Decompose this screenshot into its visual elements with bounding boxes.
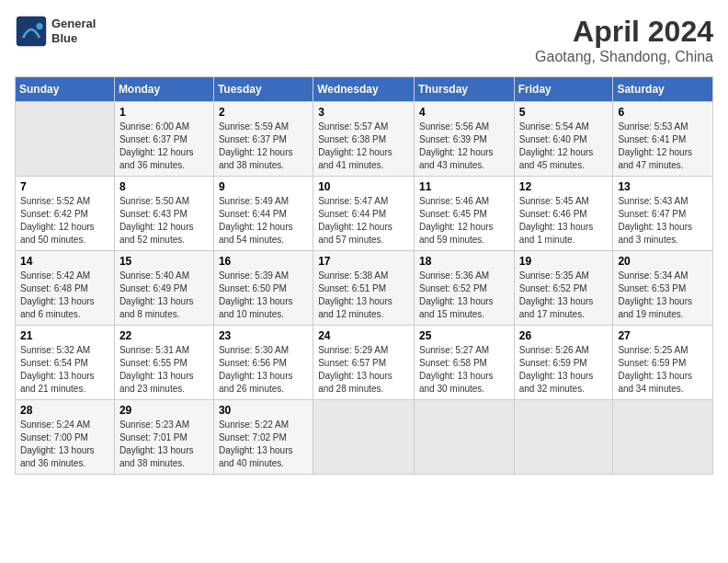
- day-number: 29: [119, 404, 209, 417]
- calendar-cell: [613, 400, 713, 475]
- weekday-header-cell: Thursday: [414, 77, 514, 102]
- day-number: 5: [519, 106, 609, 119]
- day-info: Sunrise: 5:25 AM Sunset: 6:59 PM Dayligh…: [618, 344, 708, 396]
- calendar-week-row: 28Sunrise: 5:24 AM Sunset: 7:00 PM Dayli…: [16, 400, 713, 475]
- day-number: 1: [119, 106, 209, 119]
- day-info: Sunrise: 5:47 AM Sunset: 6:44 PM Dayligh…: [318, 195, 409, 247]
- day-info: Sunrise: 5:53 AM Sunset: 6:41 PM Dayligh…: [618, 121, 708, 172]
- day-info: Sunrise: 5:22 AM Sunset: 7:02 PM Dayligh…: [219, 419, 308, 470]
- day-number: 8: [119, 180, 209, 193]
- day-number: 25: [419, 329, 509, 342]
- calendar-cell: 30Sunrise: 5:22 AM Sunset: 7:02 PM Dayli…: [213, 400, 313, 475]
- calendar-cell: [414, 400, 514, 475]
- day-info: Sunrise: 5:45 AM Sunset: 6:46 PM Dayligh…: [519, 195, 609, 247]
- day-info: Sunrise: 5:49 AM Sunset: 6:44 PM Dayligh…: [219, 195, 308, 247]
- calendar-week-row: 1Sunrise: 6:00 AM Sunset: 6:37 PM Daylig…: [16, 102, 713, 177]
- calendar-week-row: 21Sunrise: 5:32 AM Sunset: 6:54 PM Dayli…: [16, 326, 713, 400]
- calendar-cell: 12Sunrise: 5:45 AM Sunset: 6:46 PM Dayli…: [514, 177, 613, 251]
- calendar-cell: [514, 400, 613, 475]
- calendar-cell: 9Sunrise: 5:49 AM Sunset: 6:44 PM Daylig…: [213, 177, 313, 251]
- day-info: Sunrise: 5:32 AM Sunset: 6:54 PM Dayligh…: [20, 344, 109, 396]
- weekday-header-cell: Saturday: [613, 77, 713, 102]
- logo-line2: Blue: [51, 31, 96, 46]
- calendar-cell: [313, 400, 415, 475]
- day-number: 7: [20, 180, 109, 193]
- day-info: Sunrise: 5:34 AM Sunset: 6:53 PM Dayligh…: [618, 270, 708, 321]
- day-info: Sunrise: 5:26 AM Sunset: 6:59 PM Dayligh…: [519, 344, 609, 396]
- day-info: Sunrise: 5:36 AM Sunset: 6:52 PM Dayligh…: [419, 270, 509, 321]
- logo-line1: General: [51, 17, 96, 31]
- day-number: 16: [219, 255, 308, 268]
- weekday-header-cell: Friday: [514, 77, 613, 102]
- day-number: 15: [119, 255, 209, 268]
- calendar-cell: 10Sunrise: 5:47 AM Sunset: 6:44 PM Dayli…: [313, 177, 415, 251]
- calendar-cell: 17Sunrise: 5:38 AM Sunset: 6:51 PM Dayli…: [313, 251, 415, 326]
- subtitle: Gaotang, Shandong, China: [535, 49, 713, 65]
- day-info: Sunrise: 5:31 AM Sunset: 6:55 PM Dayligh…: [119, 344, 209, 396]
- day-info: Sunrise: 6:00 AM Sunset: 6:37 PM Dayligh…: [119, 121, 209, 172]
- weekday-header-cell: Wednesday: [313, 77, 415, 102]
- svg-rect-0: [17, 17, 46, 46]
- calendar-cell: 29Sunrise: 5:23 AM Sunset: 7:01 PM Dayli…: [114, 400, 213, 475]
- calendar-cell: 22Sunrise: 5:31 AM Sunset: 6:55 PM Dayli…: [114, 326, 213, 400]
- day-info: Sunrise: 5:50 AM Sunset: 6:43 PM Dayligh…: [119, 195, 209, 247]
- day-number: 14: [20, 255, 109, 268]
- calendar-cell: 4Sunrise: 5:56 AM Sunset: 6:39 PM Daylig…: [414, 102, 514, 177]
- calendar-cell: 26Sunrise: 5:26 AM Sunset: 6:59 PM Dayli…: [514, 326, 613, 400]
- day-number: 12: [519, 180, 609, 193]
- calendar-cell: [16, 102, 115, 177]
- day-number: 10: [318, 180, 409, 193]
- day-number: 3: [318, 106, 409, 119]
- day-number: 27: [618, 329, 708, 342]
- calendar-cell: 16Sunrise: 5:39 AM Sunset: 6:50 PM Dayli…: [213, 251, 313, 326]
- weekday-header-cell: Sunday: [16, 77, 115, 102]
- weekday-header-row: SundayMondayTuesdayWednesdayThursdayFrid…: [16, 77, 713, 102]
- calendar-cell: 7Sunrise: 5:52 AM Sunset: 6:42 PM Daylig…: [16, 177, 115, 251]
- day-info: Sunrise: 5:39 AM Sunset: 6:50 PM Dayligh…: [219, 270, 308, 321]
- weekday-header-cell: Tuesday: [213, 77, 313, 102]
- title-block: April 2024 Gaotang, Shandong, China: [535, 15, 713, 65]
- day-info: Sunrise: 5:30 AM Sunset: 6:56 PM Dayligh…: [219, 344, 308, 396]
- day-info: Sunrise: 5:29 AM Sunset: 6:57 PM Dayligh…: [318, 344, 409, 396]
- day-info: Sunrise: 5:40 AM Sunset: 6:49 PM Dayligh…: [119, 270, 209, 321]
- day-info: Sunrise: 5:35 AM Sunset: 6:52 PM Dayligh…: [519, 270, 609, 321]
- calendar-cell: 24Sunrise: 5:29 AM Sunset: 6:57 PM Dayli…: [313, 326, 415, 400]
- day-number: 17: [318, 255, 409, 268]
- day-number: 4: [419, 106, 509, 119]
- calendar-week-row: 14Sunrise: 5:42 AM Sunset: 6:48 PM Dayli…: [16, 251, 713, 326]
- calendar-table: SundayMondayTuesdayWednesdayThursdayFrid…: [15, 76, 713, 475]
- calendar-cell: 11Sunrise: 5:46 AM Sunset: 6:45 PM Dayli…: [414, 177, 514, 251]
- day-number: 21: [20, 329, 109, 342]
- day-number: 28: [20, 404, 109, 417]
- calendar-body: 1Sunrise: 6:00 AM Sunset: 6:37 PM Daylig…: [16, 102, 713, 475]
- day-number: 30: [219, 404, 308, 417]
- day-number: 23: [219, 329, 308, 342]
- calendar-cell: 8Sunrise: 5:50 AM Sunset: 6:43 PM Daylig…: [114, 177, 213, 251]
- day-info: Sunrise: 5:56 AM Sunset: 6:39 PM Dayligh…: [419, 121, 509, 172]
- day-number: 26: [519, 329, 609, 342]
- day-info: Sunrise: 5:54 AM Sunset: 6:40 PM Dayligh…: [519, 121, 609, 172]
- calendar-cell: 23Sunrise: 5:30 AM Sunset: 6:56 PM Dayli…: [213, 326, 313, 400]
- calendar-cell: 1Sunrise: 6:00 AM Sunset: 6:37 PM Daylig…: [114, 102, 213, 177]
- calendar-cell: 15Sunrise: 5:40 AM Sunset: 6:49 PM Dayli…: [114, 251, 213, 326]
- page-header: General Blue April 2024 Gaotang, Shandon…: [15, 15, 713, 65]
- calendar-cell: 21Sunrise: 5:32 AM Sunset: 6:54 PM Dayli…: [16, 326, 115, 400]
- day-number: 20: [618, 255, 708, 268]
- calendar-cell: 25Sunrise: 5:27 AM Sunset: 6:58 PM Dayli…: [414, 326, 514, 400]
- main-title: April 2024: [535, 15, 713, 49]
- calendar-cell: 13Sunrise: 5:43 AM Sunset: 6:47 PM Dayli…: [613, 177, 713, 251]
- day-number: 19: [519, 255, 609, 268]
- day-number: 6: [618, 106, 708, 119]
- day-info: Sunrise: 5:42 AM Sunset: 6:48 PM Dayligh…: [20, 270, 109, 321]
- weekday-header-cell: Monday: [114, 77, 213, 102]
- calendar-cell: 19Sunrise: 5:35 AM Sunset: 6:52 PM Dayli…: [514, 251, 613, 326]
- logo-text: General Blue: [51, 17, 96, 45]
- calendar-cell: 27Sunrise: 5:25 AM Sunset: 6:59 PM Dayli…: [613, 326, 713, 400]
- calendar-cell: 28Sunrise: 5:24 AM Sunset: 7:00 PM Dayli…: [16, 400, 115, 475]
- day-info: Sunrise: 5:27 AM Sunset: 6:58 PM Dayligh…: [419, 344, 509, 396]
- svg-point-1: [36, 23, 42, 29]
- day-number: 9: [219, 180, 308, 193]
- logo-icon: [15, 15, 48, 48]
- day-info: Sunrise: 5:46 AM Sunset: 6:45 PM Dayligh…: [419, 195, 509, 247]
- day-number: 11: [419, 180, 509, 193]
